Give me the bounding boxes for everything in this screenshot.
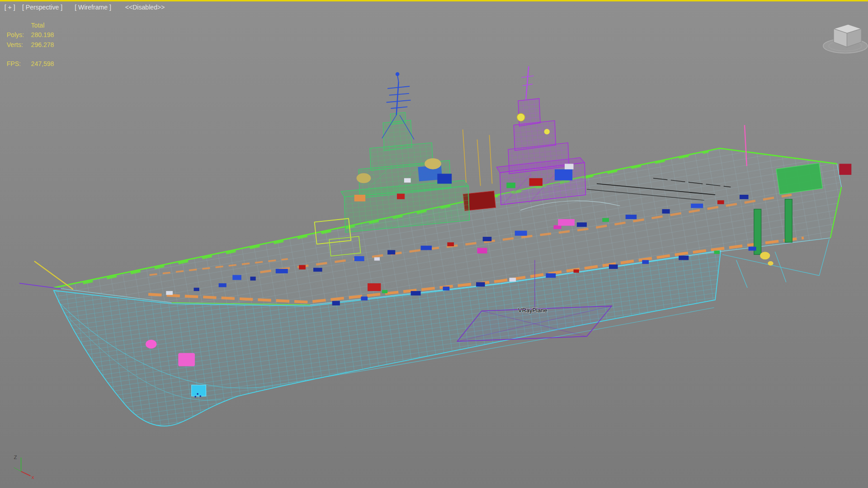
deck-equipment-box [691, 204, 703, 208]
deck-equipment-box [299, 265, 306, 270]
aft-island-green-box [506, 183, 515, 188]
deck-equipment-box [476, 282, 485, 286]
deck-equipment-box [515, 231, 527, 236]
deck-equipment-box [662, 209, 670, 214]
active-viewport-border [0, 0, 868, 1]
deck-equipment-box [509, 278, 516, 282]
viewport-shading-menu[interactable]: [ Wireframe ] [75, 4, 111, 11]
deck-equipment-box [194, 288, 199, 291]
stats-header: Total [31, 22, 45, 29]
forward-island-white-box [404, 178, 411, 183]
aft-island-tower [518, 99, 540, 126]
stern-yellow-blob [768, 261, 773, 266]
aft-island-blue-panel [555, 169, 572, 180]
forward-island-blue-panel [437, 174, 452, 183]
deck-equipment-box [387, 250, 395, 254]
deck-equipment-box [250, 277, 255, 281]
hull-dot [199, 395, 201, 397]
hull-dot [194, 396, 196, 398]
viewport-label: [ + ] [ Perspective ] [ Wireframe ] <<Di… [5, 4, 165, 11]
viewport-pov-menu[interactable]: [ Perspective ] [22, 4, 62, 11]
deck-equipment-box [361, 296, 368, 300]
forward-island-mast-platform [390, 113, 406, 125]
max-viewport[interactable]: VRayPlane [ + ] [ Perspective ] [ Wirefr… [0, 0, 868, 488]
aft-island-yellow-ball [517, 113, 525, 121]
deck-equipment-box [642, 260, 649, 264]
deck-equipment-box [232, 275, 241, 280]
stats-polys-value: 280.198 [31, 31, 54, 38]
z-axis-label: Z [14, 454, 17, 460]
forward-island-khaki-blob [425, 158, 441, 169]
forward-island-khaki-blob [357, 173, 371, 183]
aft-island-red-box [529, 178, 542, 186]
deck-equipment-box [714, 251, 720, 254]
forward-island-red-box [397, 194, 405, 199]
stats-verts-value: 296.278 [31, 41, 54, 48]
deck-equipment-box [546, 273, 556, 278]
vrayplane-label: VRayPlane [518, 307, 547, 314]
stern-yellow-blob [760, 252, 770, 259]
deck-red-box [368, 283, 381, 291]
deck-equipment-box [553, 225, 561, 229]
deck-equipment-box [477, 248, 487, 253]
deck-equipment-box [374, 257, 380, 260]
aft-island-white-box [565, 164, 574, 169]
deck-equipment-box [219, 283, 226, 287]
deck-equipment-box [609, 264, 618, 269]
forward-island-tower [383, 120, 412, 150]
deck-equipment-box [411, 291, 421, 296]
deck-equipment-box [839, 164, 851, 174]
stats-verts-label: Verts: [7, 41, 23, 48]
stats-polys-label: Polys: [7, 31, 24, 38]
stats-fps-value: 247,598 [31, 60, 54, 67]
deck-equipment-box [574, 269, 579, 272]
forward-island-orange-box [354, 195, 365, 202]
viewport-general-menu[interactable]: [ + ] [5, 4, 15, 11]
deck-equipment-box [443, 286, 450, 291]
viewport-disabled-note: <<Disabled>> [125, 4, 165, 11]
deck-pink-strip [558, 219, 575, 226]
deck-equipment-box [276, 269, 288, 273]
deck-equipment-box [626, 215, 637, 219]
deck-equipment-box [166, 291, 173, 295]
hull-pink-blob [146, 340, 156, 349]
deck-equipment-box [679, 256, 689, 260]
deck-equipment-box [332, 301, 340, 305]
hull-cyan-patch [192, 385, 206, 396]
deck-equipment-box [740, 195, 749, 199]
deck-equipment-box [749, 247, 756, 251]
x-axis-label: x [32, 474, 34, 480]
deck-equipment-box [382, 290, 387, 293]
deck-equipment-box [447, 242, 454, 246]
deck-equipment-box [421, 246, 432, 250]
deck-equipment-box [354, 256, 364, 261]
hull-dot [197, 393, 198, 395]
aft-island-yellow-ball [544, 129, 550, 134]
stern-pillar [785, 199, 792, 243]
hull-pink-blob [178, 353, 195, 366]
deck-equipment-box [602, 218, 609, 222]
deck-equipment-box [483, 237, 492, 241]
deck-equipment-box [577, 222, 587, 227]
deck-equipment-box [717, 200, 724, 204]
viewport-canvas[interactable]: VRayPlane [ + ] [ Perspective ] [ Wirefr… [0, 0, 868, 488]
stats-fps-label: FPS: [7, 60, 21, 67]
deck-equipment-box [313, 268, 322, 272]
